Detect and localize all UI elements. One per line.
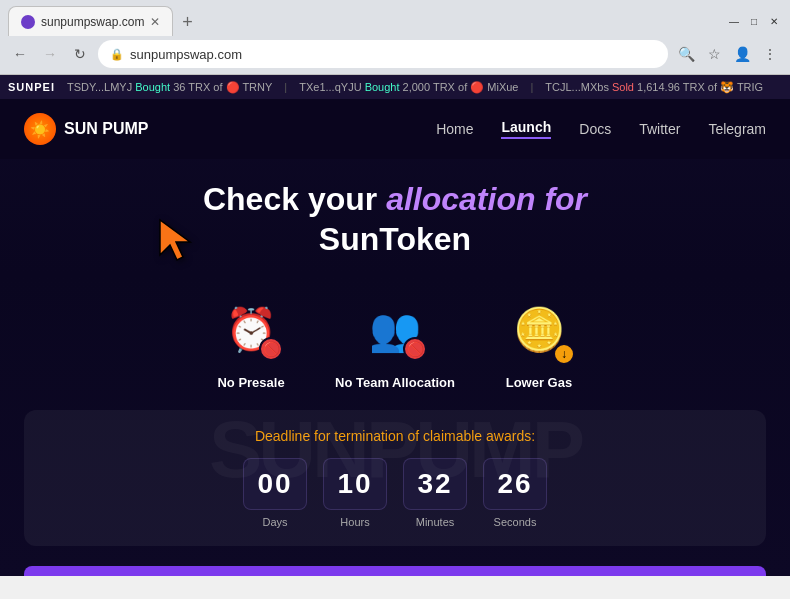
- feature-no-team-allocation: 👥 🚫 No Team Allocation: [335, 293, 455, 390]
- minutes-digit: 32: [403, 458, 467, 510]
- seconds-digit: 26: [483, 458, 547, 510]
- search-icon[interactable]: 🔍: [674, 42, 698, 66]
- window-controls: — □ ✕: [726, 13, 782, 29]
- days-digit: 00: [243, 458, 307, 510]
- website-content: SUNPUMP SUNPEI TSDY...LMYJ Bought 36 TRX…: [0, 75, 790, 576]
- browser-toolbar: 🔍 ☆ 👤 ⋮: [674, 42, 782, 66]
- feature-icon-team: 👥 🚫: [359, 293, 431, 365]
- title-bar: sunpumpswap.com ✕ + — □ ✕: [0, 0, 790, 36]
- new-tab-button[interactable]: +: [173, 8, 201, 36]
- feature-label-presale: No Presale: [217, 375, 284, 390]
- maximize-button[interactable]: □: [746, 13, 762, 29]
- lower-gas-badge: ↓: [553, 343, 575, 365]
- days-label: Days: [262, 516, 287, 528]
- nav-telegram[interactable]: Telegram: [708, 121, 766, 137]
- countdown-digits: 00 Days 10 Hours 32 Minutes 26 Seconds: [48, 458, 742, 528]
- profile-icon[interactable]: 👤: [730, 42, 754, 66]
- logo: ☀️ SUN PUMP: [24, 113, 148, 145]
- connect-section: Connect Wallet: [0, 554, 790, 576]
- feature-lower-gas: 🪙 ↓ Lower Gas: [503, 293, 575, 390]
- nav-launch[interactable]: Launch: [501, 119, 551, 139]
- ticker-item-3: TCJL...MXbs Sold 1,614.96 TRX of 🐯 TRIG: [545, 81, 763, 94]
- features-section: ⏰ 🚫 No Presale 👥 🚫 No Team Allocation 🪙 …: [0, 269, 790, 402]
- menu-icon[interactable]: ⋮: [758, 42, 782, 66]
- nav-links: Home Launch Docs Twitter Telegram: [436, 119, 766, 139]
- navigation: ☀️ SUN PUMP Home Launch Docs Twitter Tel…: [0, 99, 790, 159]
- nav-twitter[interactable]: Twitter: [639, 121, 680, 137]
- ticker-item-1: TSDY...LMYJ Bought 36 TRX of 🔴 TRNY: [67, 81, 272, 94]
- active-tab[interactable]: sunpumpswap.com ✕: [8, 6, 173, 36]
- security-icon: 🔒: [110, 48, 124, 61]
- no-presale-badge: 🚫: [259, 337, 283, 361]
- nav-docs[interactable]: Docs: [579, 121, 611, 137]
- hero-title-part2: SunToken: [319, 221, 471, 257]
- minimize-button[interactable]: —: [726, 13, 742, 29]
- connect-wallet-button[interactable]: Connect Wallet: [24, 566, 766, 576]
- countdown-seconds: 26 Seconds: [483, 458, 547, 528]
- minutes-label: Minutes: [416, 516, 455, 528]
- hero-section: Check your allocation for SunToken: [0, 159, 790, 269]
- hours-digit: 10: [323, 458, 387, 510]
- hours-label: Hours: [340, 516, 369, 528]
- feature-icon-presale: ⏰ 🚫: [215, 293, 287, 365]
- address-bar: ← → ↻ 🔒 sunpumpswap.com 🔍 ☆ 👤 ⋮: [0, 36, 790, 74]
- url-bar[interactable]: 🔒 sunpumpswap.com: [98, 40, 668, 68]
- tab-close-button[interactable]: ✕: [150, 15, 160, 29]
- countdown-section: Deadline for termination of claimable aw…: [24, 410, 766, 546]
- countdown-minutes: 32 Minutes: [403, 458, 467, 528]
- hero-title-italic: allocation for: [386, 181, 587, 217]
- ticker-item-2: TXe1...qYJU Bought 2,000 TRX of 🔴 MiXue: [299, 81, 518, 94]
- feature-icon-gas: 🪙 ↓: [503, 293, 575, 365]
- countdown-days: 00 Days: [243, 458, 307, 528]
- bookmark-icon[interactable]: ☆: [702, 42, 726, 66]
- feature-label-gas: Lower Gas: [506, 375, 572, 390]
- seconds-label: Seconds: [494, 516, 537, 528]
- logo-text: SUN PUMP: [64, 120, 148, 138]
- feature-label-team: No Team Allocation: [335, 375, 455, 390]
- close-button[interactable]: ✕: [766, 13, 782, 29]
- hero-title: Check your allocation for SunToken: [20, 179, 770, 259]
- nav-home[interactable]: Home: [436, 121, 473, 137]
- logo-icon: ☀️: [24, 113, 56, 145]
- url-text: sunpumpswap.com: [130, 47, 242, 62]
- ticker-bar: SUNPEI TSDY...LMYJ Bought 36 TRX of 🔴 TR…: [0, 75, 790, 99]
- back-button[interactable]: ←: [8, 42, 32, 66]
- tab-title: sunpumpswap.com: [41, 15, 144, 29]
- feature-no-presale: ⏰ 🚫 No Presale: [215, 293, 287, 390]
- forward-button[interactable]: →: [38, 42, 62, 66]
- tab-bar: sunpumpswap.com ✕ +: [8, 6, 201, 36]
- ticker-brand: SUNPEI: [8, 81, 55, 93]
- no-team-badge: 🚫: [403, 337, 427, 361]
- reload-button[interactable]: ↻: [68, 42, 92, 66]
- countdown-title: Deadline for termination of claimable aw…: [48, 428, 742, 444]
- countdown-hours: 10 Hours: [323, 458, 387, 528]
- tab-favicon: [21, 15, 35, 29]
- hero-title-part1: Check your: [203, 181, 386, 217]
- browser-chrome: sunpumpswap.com ✕ + — □ ✕ ← → ↻ 🔒 sunpum…: [0, 0, 790, 75]
